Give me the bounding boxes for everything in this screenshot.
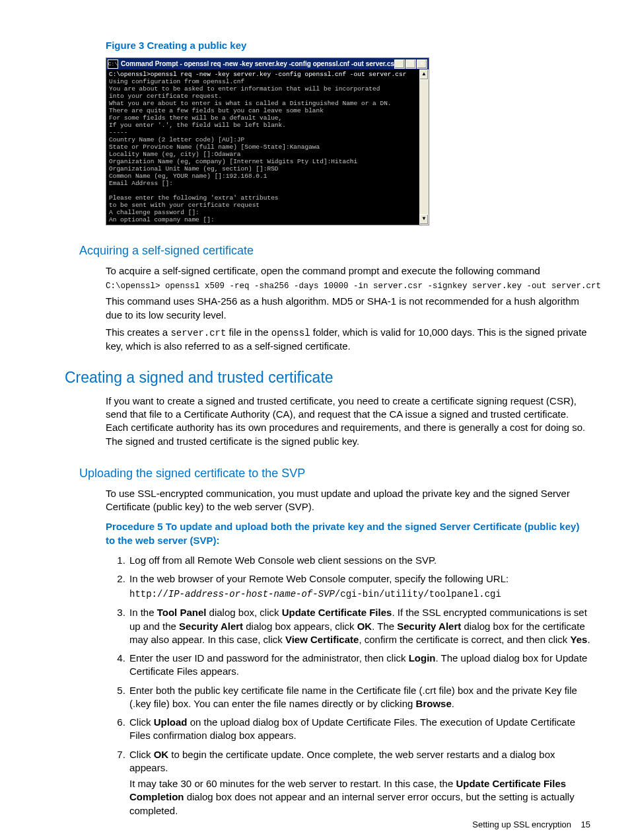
minimize-icon: _	[394, 59, 405, 69]
cmd-icon: C:\	[108, 59, 118, 69]
window-title: Command Prompt - openssl req -new -key s…	[121, 60, 394, 67]
step-3: In the Tool Panel dialog box, click Upda…	[128, 606, 590, 646]
inline-code: openssl	[271, 328, 310, 338]
document-page: Figure 3 Creating a public key C:\ Comma…	[0, 0, 630, 840]
heading-acquiring: Acquiring a self-signed certificate	[79, 244, 590, 258]
procedure-title: Procedure 5 To update and upload both th…	[106, 520, 590, 547]
terminal-body: C:\openssl>openssl req -new -key server.…	[106, 69, 419, 225]
figure-caption: Figure 3 Creating a public key	[106, 40, 590, 51]
step-2: In the web browser of your Remote Web Co…	[128, 572, 590, 601]
step-7-note: It may take 30 or 60 minutes for the web…	[129, 777, 590, 818]
scroll-down-icon: ▼	[419, 214, 429, 225]
paragraph: To use SSL-encrypted communication, you …	[106, 487, 590, 514]
step-4: Enter the user ID and password for the a…	[128, 652, 590, 679]
step-1: Log off from all Remote Web Console web …	[128, 554, 590, 567]
paragraph: To acquire a self-signed certificate, op…	[106, 264, 590, 278]
inline-code: server.crt	[170, 328, 226, 338]
terminal-input-line: C:\openssl>openssl req -new -key server.…	[109, 71, 406, 78]
heading-creating-signed: Creating a signed and trusted certificat…	[65, 369, 590, 387]
step-6: Click Upload on the upload dialog box of…	[128, 716, 590, 743]
code-url: http://IP-address-or-host-name-of-SVP/cg…	[129, 588, 590, 601]
step-7: Click OK to begin the certificate update…	[128, 748, 590, 818]
command-prompt-screenshot: C:\ Command Prompt - openssl req -new -k…	[106, 57, 429, 225]
paragraph: This command uses SHA-256 as a hush algo…	[106, 295, 590, 322]
maximize-icon: □	[405, 59, 416, 69]
window-titlebar: C:\ Command Prompt - openssl req -new -k…	[106, 58, 429, 69]
code-command: C:\openssl> openssl x509 -req -sha256 -d…	[106, 282, 590, 291]
page-footer: Setting up SSL encryption 15	[472, 820, 590, 829]
footer-text: Setting up SSL encryption	[472, 820, 571, 829]
paragraph: If you want to create a signed and trust…	[106, 395, 590, 448]
heading-uploading: Uploading the signed certificate to the …	[79, 467, 590, 480]
scroll-up-icon: ▲	[419, 69, 429, 80]
terminal-output: Using configuration from openssl.cnf You…	[109, 78, 392, 223]
scrollbar: ▲ ▼	[419, 69, 429, 225]
procedure-steps: Log off from all Remote Web Console web …	[106, 554, 590, 818]
paragraph: This creates a server.crt file in the op…	[106, 326, 590, 353]
close-icon: ×	[417, 59, 427, 69]
step-5: Enter both the public key certificate fi…	[128, 684, 590, 711]
page-number: 15	[581, 820, 590, 829]
